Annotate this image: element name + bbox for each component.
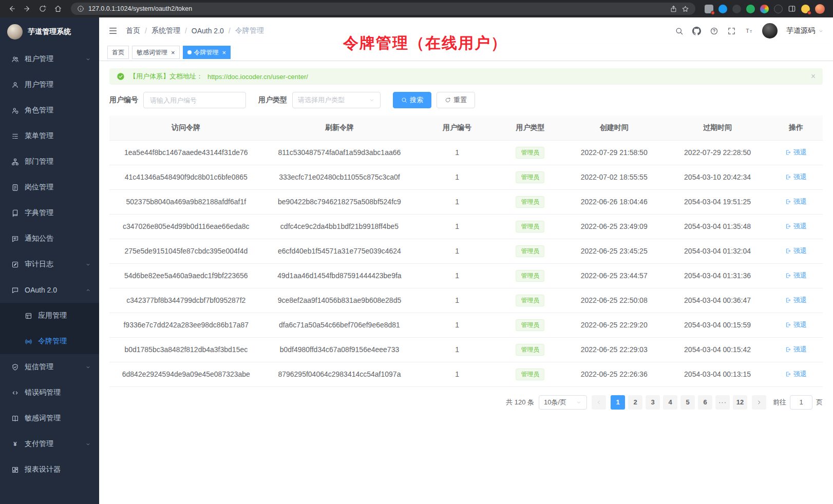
side-panel-icon[interactable]	[788, 5, 796, 13]
help-icon[interactable]	[710, 27, 718, 35]
access-token-cell: 41c41346a548490f9dc8b01c6bfe0865	[109, 165, 263, 189]
sidebar-item[interactable]: 岗位管理	[0, 175, 99, 200]
force-logout-button[interactable]: 强退	[785, 370, 807, 379]
alert-close-icon[interactable]: ×	[811, 72, 816, 81]
force-logout-icon	[785, 223, 791, 229]
search-icon[interactable]	[675, 27, 684, 35]
browser-home-button[interactable]	[51, 2, 65, 15]
sidebar-item[interactable]: 租户管理	[0, 46, 99, 72]
sidebar-item[interactable]: OAuth 2.0	[0, 277, 99, 303]
force-logout-button[interactable]: 强退	[785, 148, 807, 157]
user-id-cell: 1	[416, 189, 498, 214]
next-page-button[interactable]	[752, 395, 766, 410]
font-size-icon[interactable]: TT	[745, 27, 753, 35]
user-menu[interactable]: 芋道源码	[786, 26, 824, 35]
force-logout-button[interactable]: 强退	[785, 172, 807, 182]
user-type-select[interactable]: 请选择用户类型	[292, 92, 381, 108]
sidebar-item[interactable]: 用户管理	[0, 72, 99, 98]
sidebar-toggle-icon[interactable]	[108, 26, 118, 35]
sidebar-item[interactable]: 敏感词管理	[0, 405, 99, 431]
sidebar-item[interactable]: 角色管理	[0, 98, 99, 123]
breadcrumb-item[interactable]: 首页	[126, 26, 140, 35]
pagination: 共 120 条 10条/页 1 2 3 4	[109, 395, 823, 410]
browser-forward-button[interactable]	[21, 2, 34, 15]
breadcrumb-item[interactable]: 系统管理	[152, 26, 180, 35]
twitter-extension-icon[interactable]	[718, 5, 727, 13]
tab-close-icon[interactable]: ×	[222, 49, 226, 56]
page-size-select[interactable]: 10条/页	[539, 395, 587, 410]
page-button[interactable]: 5	[680, 395, 695, 410]
breadcrumb-separator: /	[145, 27, 147, 35]
green-extension-icon[interactable]	[746, 5, 755, 13]
bookmark-star-icon[interactable]	[681, 5, 689, 13]
sidebar-item[interactable]: 令牌管理	[0, 328, 99, 354]
browser-back-button[interactable]	[5, 2, 18, 15]
github-icon[interactable]	[692, 27, 701, 35]
browser-reload-button[interactable]	[36, 2, 49, 15]
prev-page-button[interactable]	[592, 395, 606, 410]
view-tab[interactable]: 首页 ×	[107, 46, 129, 59]
breadcrumb-item[interactable]: 令牌管理	[235, 26, 264, 35]
search-button[interactable]: 搜索	[393, 92, 431, 108]
breadcrumb-item[interactable]: OAuth 2.0	[192, 27, 224, 35]
sidebar-item[interactable]: 字典管理	[0, 200, 99, 226]
sidebar-item-label: 令牌管理	[38, 337, 67, 346]
force-logout-button[interactable]: 强退	[785, 246, 807, 256]
sidebar-item-label: 错误码管理	[25, 388, 61, 397]
user-id-input[interactable]	[143, 92, 246, 108]
force-logout-button[interactable]: 强退	[785, 345, 807, 354]
share-icon[interactable]	[670, 5, 677, 13]
app-logo[interactable]: 芋道管理系统	[0, 17, 99, 46]
force-logout-button[interactable]: 强退	[785, 296, 807, 305]
page-button[interactable]: 4	[663, 395, 677, 410]
dark-extension-2-icon[interactable]	[774, 5, 783, 13]
page-button[interactable]: 6	[698, 395, 712, 410]
svg-text:T: T	[746, 28, 749, 34]
sidebar-item[interactable]: 通知公告	[0, 226, 99, 251]
view-tab[interactable]: 敏感词管理 ×	[132, 46, 180, 59]
tab-close-icon[interactable]: ×	[171, 49, 175, 56]
access-token-cell: c347026e805e4d99b0d116eae66eda8c	[109, 214, 263, 239]
browser-profile-avatar[interactable]	[815, 4, 825, 14]
browser-toolbar: 127.0.0.1:1024/system/oauth2/token	[0, 0, 833, 17]
sidebar-item[interactable]: 错误码管理	[0, 380, 99, 405]
force-logout-button[interactable]: 强退	[785, 271, 807, 280]
user-avatar[interactable]	[762, 23, 778, 38]
sidebar-item[interactable]: 审计日志	[0, 251, 99, 277]
access-token-cell: 1ea5e44f8bc1467aaede43144f31de76	[109, 140, 263, 165]
page-button[interactable]: 1	[611, 395, 625, 410]
force-logout-icon	[785, 346, 791, 353]
sidebar-item[interactable]: 菜单管理	[0, 123, 99, 149]
force-logout-button[interactable]: 强退	[785, 222, 807, 231]
chevron-down-icon	[818, 28, 824, 34]
force-logout-button[interactable]: 强退	[785, 197, 807, 206]
goto-page-input[interactable]	[790, 395, 812, 410]
smiley-extension-icon[interactable]	[801, 5, 810, 13]
success-check-icon	[117, 72, 125, 81]
rainbow-extension-icon[interactable]	[760, 5, 769, 13]
doc-link[interactable]: https://doc.iocoder.cn/user-center/	[207, 73, 308, 81]
page-button[interactable]: 2	[628, 395, 642, 410]
site-info-icon[interactable]	[77, 5, 84, 12]
force-logout-icon	[785, 248, 791, 254]
dark-extension-icon[interactable]	[732, 5, 741, 13]
sidebar-item[interactable]: 部门管理	[0, 149, 99, 175]
page-button[interactable]: ···	[715, 395, 730, 410]
url-text[interactable]: 127.0.0.1:1024/system/oauth2/token	[88, 5, 666, 12]
tab-label: 首页	[112, 48, 124, 57]
address-bar[interactable]: 127.0.0.1:1024/system/oauth2/token	[71, 3, 695, 15]
breadcrumb-separator: /	[229, 27, 231, 35]
sidebar-item[interactable]: 应用管理	[0, 303, 99, 328]
page-button[interactable]: 3	[646, 395, 660, 410]
reset-button[interactable]: 重置	[437, 92, 475, 108]
view-tab[interactable]: 令牌管理 ×	[183, 46, 231, 59]
sidebar-item[interactable]: 短信管理	[0, 354, 99, 380]
fullscreen-icon[interactable]	[727, 27, 736, 35]
extension-icon[interactable]	[705, 5, 713, 13]
table-row: 54d6be82ee5a460a9aedc1f9bf223656 49d1aa4…	[109, 263, 823, 288]
sidebar-menu: 租户管理 用户管理 角色管理 菜单管理	[0, 46, 99, 504]
sidebar-item[interactable]: 支付管理	[0, 431, 99, 457]
force-logout-button[interactable]: 强退	[785, 320, 807, 329]
sidebar-item[interactable]: 报表设计器	[0, 457, 99, 482]
page-button[interactable]: 12	[733, 395, 747, 410]
